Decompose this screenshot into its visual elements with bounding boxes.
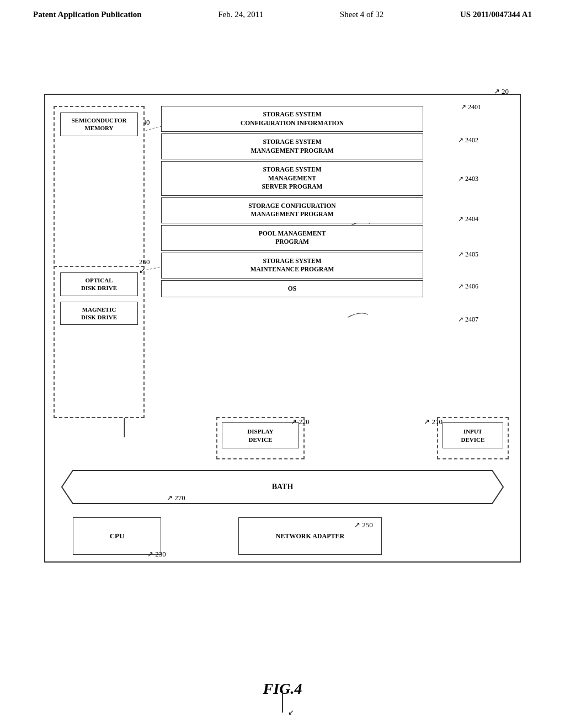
header-left: Patent Application Publication: [33, 10, 142, 19]
ref-250: ↗ 250: [354, 521, 373, 529]
software-column: STORAGE SYSTEMCONFIGURATION INFORMATION …: [161, 106, 423, 299]
sw-block-2406: STORAGE SYSTEMMAINTENANCE PROGRAM: [161, 253, 423, 279]
ref-2402: ↗ 2402: [458, 136, 478, 144]
optical-disk-drive-block: OPTICALDISK DRIVE: [60, 272, 138, 296]
connector-arrow: ↙: [288, 708, 294, 717]
diagram-area: ↗ 20: [33, 72, 532, 629]
page-header: Patent Application Publication Feb. 24, …: [0, 0, 565, 19]
svg-text:↗ 270: ↗ 270: [167, 494, 185, 502]
sw-block-2404: STORAGE CONFIGURATIONMANAGEMENT PROGRAM: [161, 197, 423, 223]
bath-svg: BATH ↗ 270: [56, 468, 509, 506]
ref-220: ↗ 220: [291, 417, 310, 426]
ref-2407: ↗ 2407: [458, 315, 478, 324]
sw-block-2403: STORAGE SYSTEMMANAGEMENTSERVER PROGRAM: [161, 161, 423, 196]
input-box: INPUTDEVICE: [437, 417, 509, 459]
ref-230: ↗ 230: [147, 550, 166, 559]
header-sheet: Sheet 4 of 32: [340, 10, 384, 19]
ref-2406: ↗ 2406: [458, 282, 478, 291]
display-device-block: DISPLAYDEVICE: [222, 422, 299, 448]
ref-2404: ↗ 2404: [458, 215, 478, 223]
sw-block-2401: STORAGE SYSTEMCONFIGURATION INFORMATION: [161, 106, 423, 132]
input-device-block: INPUTDEVICE: [443, 422, 503, 448]
bath-container: BATH ↗ 270: [45, 468, 520, 506]
magnetic-disk-drive-block: MAGNETICDISK DRIVE: [60, 302, 138, 325]
sw-block-2407: OS: [161, 280, 423, 298]
ref-2405: ↗ 2405: [458, 250, 478, 259]
ref-2401: ↗ 2401: [461, 103, 481, 111]
header-date: Feb. 24, 2011: [218, 10, 263, 19]
semiconductor-memory-block: SEMICONDUCTORMEMORY: [60, 113, 138, 136]
cpu-box: CPU: [73, 517, 161, 555]
sw-block-2405: POOL MANAGEMENTPROGRAM: [161, 225, 423, 251]
ref-2403: ↗ 2403: [458, 175, 478, 183]
svg-text:BATH: BATH: [272, 483, 294, 491]
outer-box: 240↙ SEMICONDUCTORMEMORY 260↙ OPTICALDIS…: [44, 94, 521, 563]
ref-210: ↗ 210: [424, 417, 443, 426]
header-patent: US 2011/0047344 A1: [460, 10, 532, 19]
connector-line: [282, 690, 283, 713]
sw-block-2402: STORAGE SYSTEMMANAGEMENT PROGRAM: [161, 133, 423, 159]
optical-magnetic-box: OPTICALDISK DRIVE MAGNETICDISK DRIVE: [54, 266, 145, 418]
